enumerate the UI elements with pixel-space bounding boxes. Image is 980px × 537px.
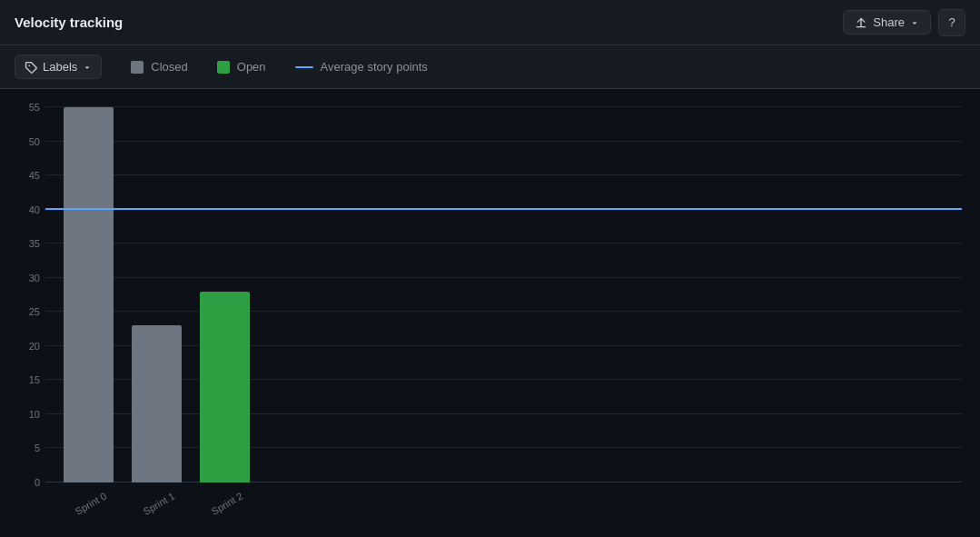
sprint-label: Sprint 2 — [209, 491, 244, 517]
legend-closed: Closed — [131, 60, 187, 74]
sprint-bars — [64, 107, 114, 482]
legend-bar: Labels Closed Open Average story points — [0, 45, 980, 89]
tag-icon — [25, 61, 37, 74]
y-axis-label: 10 — [29, 409, 40, 420]
y-axis-label: 5 — [35, 443, 40, 453]
y-axis-label: 30 — [29, 273, 40, 283]
labels-btn-label: Labels — [43, 60, 77, 74]
sprint-bars — [200, 292, 250, 482]
sprint-label: Sprint 0 — [73, 491, 108, 517]
chart-inner: 0510152025303540455055Sprint 0Sprint 1Sp… — [45, 107, 962, 482]
app-header: Velocity tracking Share ? — [0, 0, 980, 45]
y-axis-label: 40 — [29, 204, 40, 215]
y-axis-label: 50 — [29, 136, 40, 147]
sprint-bars — [132, 325, 182, 482]
help-icon: ? — [948, 15, 955, 29]
open-label: Open — [237, 60, 266, 74]
avg-label: Average story points — [321, 60, 428, 74]
sprint-label: Sprint 1 — [141, 491, 176, 517]
y-axis-label: 25 — [29, 306, 40, 317]
chevron-down-icon — [910, 18, 919, 27]
y-axis-label: 20 — [29, 341, 40, 352]
avg-line-swatch — [295, 66, 313, 68]
legend-open: Open — [217, 60, 266, 74]
closed-swatch — [131, 61, 144, 74]
y-axis-label: 15 — [29, 374, 40, 385]
labels-filter-button[interactable]: Labels — [15, 55, 102, 79]
sprint-group: Sprint 1 — [132, 325, 182, 482]
bar-closed — [132, 325, 182, 482]
legend-avg: Average story points — [295, 60, 428, 74]
bar-open — [200, 292, 250, 482]
y-axis-label: 0 — [35, 477, 40, 488]
sprint-group: Sprint 2 — [200, 292, 250, 482]
y-axis-label: 35 — [29, 238, 40, 249]
help-button[interactable]: ? — [938, 9, 965, 36]
bar-closed — [64, 107, 114, 482]
closed-label: Closed — [151, 60, 187, 74]
page-title: Velocity tracking — [15, 15, 123, 30]
share-icon — [855, 16, 867, 29]
header-actions: Share ? — [843, 9, 965, 36]
y-axis-label: 45 — [29, 170, 40, 181]
bars-container: Sprint 0Sprint 1Sprint 2 — [45, 107, 962, 482]
share-button[interactable]: Share — [843, 10, 931, 35]
sprint-group: Sprint 0 — [64, 107, 114, 482]
open-swatch — [217, 61, 230, 74]
y-axis-label: 55 — [29, 102, 40, 113]
share-label: Share — [873, 15, 905, 29]
chevron-down-icon — [83, 63, 92, 72]
chart-area: 0510152025303540455055Sprint 0Sprint 1Sp… — [0, 89, 980, 537]
